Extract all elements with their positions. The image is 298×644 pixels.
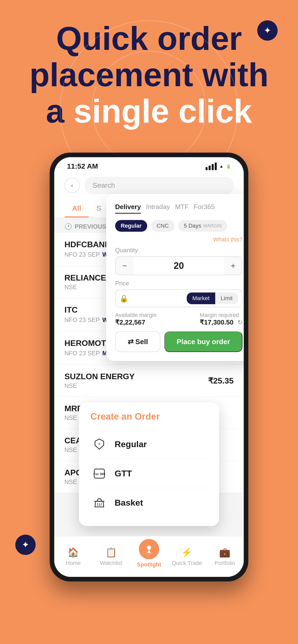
signal-bars — [206, 163, 217, 170]
battery-icon: 🔋 — [226, 164, 231, 169]
svg-point-6 — [147, 546, 151, 550]
nav-spotlight[interactable]: Spotlight — [131, 545, 167, 568]
watchlist-icon: 📋 — [105, 547, 117, 558]
order-type-tabs: Delivery Intraday MTF For365 — [115, 203, 242, 214]
quantity-stepper: − 20 + — [115, 256, 242, 275]
basket-order-icon — [90, 494, 108, 511]
home-icon: 🏠 — [67, 547, 79, 558]
list-item[interactable]: SUZLON ENERGY NSE ₹25.35 — [54, 365, 244, 397]
gtt-option-label: GTT — [115, 469, 132, 478]
sell-button[interactable]: ⇄ Sell — [115, 331, 160, 352]
stock-left: SUZLON ENERGY NSE — [64, 372, 135, 389]
stock-right: ₹25.35 — [208, 376, 234, 386]
quantity-increase-button[interactable]: + — [224, 257, 242, 275]
price-market-button[interactable]: Market — [187, 292, 215, 304]
quicktrade-icon: ⚡ — [181, 547, 193, 558]
stock-name: SUZLON ENERGY — [64, 372, 135, 381]
pill-regular[interactable]: Regular — [115, 220, 147, 232]
pill-cnc[interactable]: CNC — [151, 220, 174, 232]
status-icons: ▲ 🔋 — [206, 163, 231, 170]
price-label: Price — [115, 280, 242, 287]
phone-frame: 11:52 AM ▲ 🔋 ‹ Search All S — [50, 153, 248, 581]
bottom-nav: 🏠 Home 📋 Watchlist Spotlight — [54, 536, 244, 577]
nav-quicktrade[interactable]: ⚡ Quick Trade — [169, 547, 205, 566]
svg-line-5 — [101, 503, 101, 506]
nav-portfolio-label: Portfolio — [214, 560, 235, 566]
back-button[interactable]: ‹ — [64, 178, 80, 193]
phone-screen: 11:52 AM ▲ 🔋 ‹ Search All S — [54, 157, 244, 577]
order-card: Delivery Intraday MTF For365 Regular CNC… — [106, 194, 244, 361]
stock-meta: NSE — [64, 382, 135, 389]
margin-label: MARGIN — [203, 223, 222, 229]
status-time: 11:52 AM — [67, 162, 98, 170]
stock-left: RELIANCE NSE — [64, 273, 106, 291]
gtt-order-icon: For 365 — [90, 464, 108, 482]
hero-section: Quick order placement with a single clic… — [0, 0, 298, 129]
order-option-basket[interactable]: Basket — [90, 488, 208, 517]
svg-text:+: + — [98, 442, 101, 447]
lock-icon: 🔒 — [119, 294, 128, 303]
nav-quicktrade-label: Quick Trade — [172, 560, 202, 566]
tab-all[interactable]: All — [64, 199, 89, 217]
price-type-pills: Market Limit — [187, 292, 238, 304]
quantity-value: 20 — [133, 260, 224, 271]
tab-s[interactable]: S — [89, 199, 109, 217]
tab-mtf[interactable]: MTF — [175, 203, 188, 214]
order-option-gtt[interactable]: For 365 GTT — [90, 459, 208, 488]
price-row: 🔒 Market Limit — [115, 289, 242, 307]
portfolio-icon: 💼 — [219, 547, 231, 558]
whats-this-link[interactable]: Whats this? — [115, 236, 242, 243]
margin-row: Available margin ₹2,22,567 Margin requir… — [115, 312, 242, 326]
available-margin: Available margin ₹2,22,567 — [115, 312, 156, 326]
nav-watchlist[interactable]: 📋 Watchlist — [93, 547, 129, 566]
regular-order-icon: + — [90, 435, 108, 453]
svg-text:For
365: For 365 — [93, 472, 105, 476]
star-icon-bottom: ✦ — [15, 535, 36, 555]
create-order-title: Create an Order — [90, 411, 208, 422]
nav-watchlist-label: Watchlist — [100, 560, 122, 566]
clock-icon: 🕐 — [64, 223, 72, 230]
nav-home-label: Home — [66, 560, 81, 566]
nav-portfolio[interactable]: 💼 Portfolio — [207, 547, 243, 566]
buy-button[interactable]: Place buy order — [164, 331, 242, 352]
refresh-icon[interactable]: ↻ — [237, 319, 242, 326]
quantity-decrease-button[interactable]: − — [116, 257, 133, 275]
basket-option-label: Basket — [115, 498, 143, 508]
tab-delivery[interactable]: Delivery — [115, 203, 141, 214]
wifi-icon: ▲ — [219, 164, 223, 169]
stock-name: RELIANCE — [64, 273, 106, 283]
deco-circle-small — [92, 51, 206, 165]
quantity-label: Quantity — [115, 247, 242, 254]
star-icon-top: ✦ — [257, 20, 278, 41]
spotlight-icon — [139, 539, 159, 559]
regular-option-label: Regular — [115, 439, 147, 449]
stock-meta: NSE — [64, 284, 106, 291]
action-buttons: ⇄ Sell Place buy order — [115, 331, 242, 352]
tab-for365[interactable]: For365 — [194, 203, 215, 214]
svg-line-3 — [97, 503, 98, 506]
stock-price: ₹25.35 — [208, 376, 234, 386]
price-limit-button[interactable]: Limit — [215, 292, 238, 304]
create-order-card: Create an Order + Regular For 3 — [79, 402, 219, 526]
order-option-regular[interactable]: + Regular — [90, 430, 208, 459]
search-input[interactable]: Search — [85, 177, 234, 194]
order-type-row: Regular CNC 5 Days MARGIN — [115, 220, 242, 232]
status-bar: 11:52 AM ▲ 🔋 — [54, 157, 244, 173]
phone-container: 11:52 AM ▲ 🔋 ‹ Search All S — [50, 153, 248, 581]
tab-intraday[interactable]: Intraday — [146, 203, 170, 214]
nav-spotlight-label: Spotlight — [137, 561, 161, 568]
nav-home[interactable]: 🏠 Home — [55, 547, 91, 566]
pill-days[interactable]: 5 Days MARGIN — [178, 220, 227, 232]
margin-required: Margin required ₹17,300.50 ↻ — [200, 312, 242, 326]
